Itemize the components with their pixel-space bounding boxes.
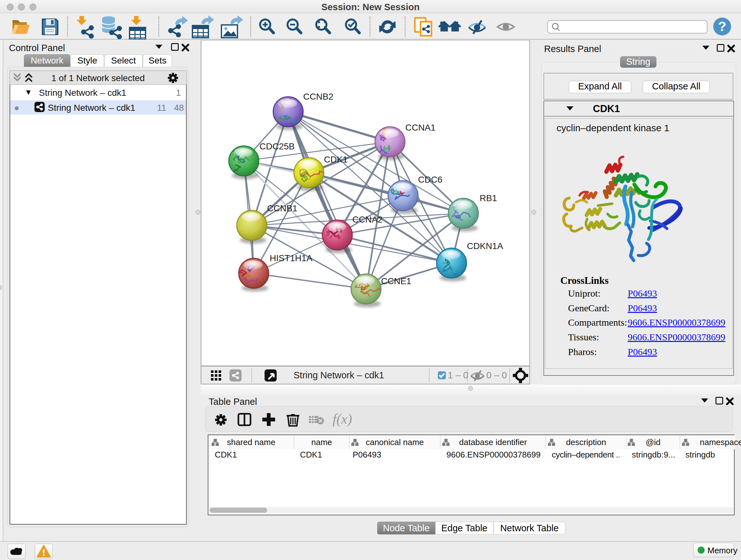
- svg-text:CCNE1: CCNE1: [381, 276, 411, 286]
- svg-text:CDKN1A: CDKN1A: [467, 241, 503, 251]
- svg-text:?: ?: [718, 19, 726, 34]
- svg-text:HIST1H1A: HIST1H1A: [270, 253, 313, 263]
- svg-text:CCNB1: CCNB1: [267, 203, 297, 213]
- svg-text:CDK1: CDK1: [324, 154, 348, 165]
- svg-text:CDC6: CDC6: [418, 175, 442, 185]
- svg-text:CCNA2: CCNA2: [352, 214, 383, 225]
- svg-text:CCNB2: CCNB2: [303, 91, 333, 102]
- svg-text:RB1: RB1: [480, 193, 497, 203]
- svg-text:CDC25B: CDC25B: [259, 141, 294, 151]
- svg-text:CCNA1: CCNA1: [405, 123, 435, 132]
- svg-text:f(x): f(x): [333, 411, 352, 427]
